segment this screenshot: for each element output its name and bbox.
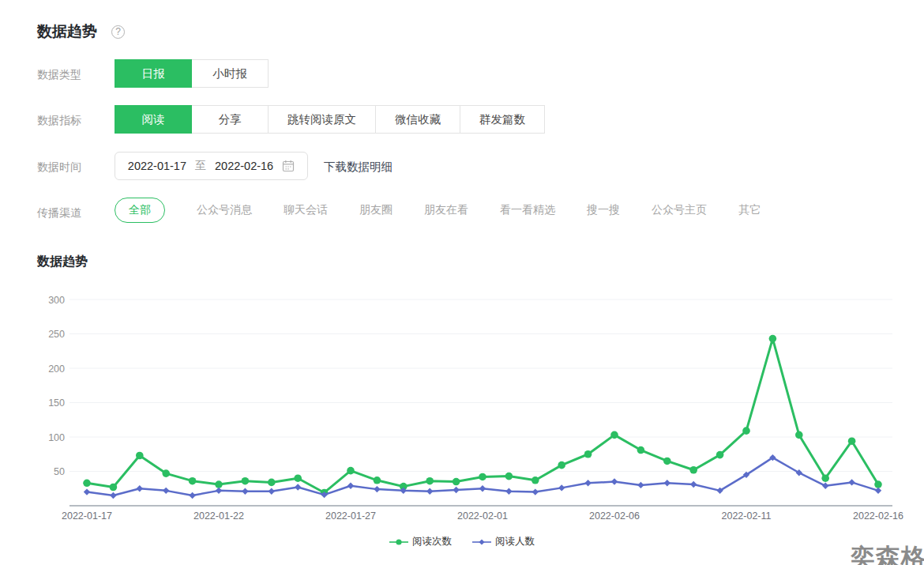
- channel-option-4[interactable]: 朋友在看: [424, 203, 468, 217]
- channel-label: 传播渠道: [37, 206, 81, 220]
- data-point[interactable]: [189, 477, 197, 485]
- data-point[interactable]: [479, 473, 486, 481]
- x-axis-tick-label: 2022-02-11: [721, 510, 771, 522]
- data-point[interactable]: [215, 480, 223, 488]
- download-data-link[interactable]: 下载数据明细: [324, 160, 393, 175]
- data-point[interactable]: [637, 482, 644, 488]
- channel-option-3[interactable]: 朋友圈: [359, 203, 393, 217]
- legend-label: 阅读人数: [495, 535, 535, 548]
- data-type-option-1[interactable]: 小时报: [191, 59, 269, 88]
- channel-option-1[interactable]: 公众号消息: [197, 203, 252, 217]
- data-point[interactable]: [137, 485, 143, 492]
- data-point[interactable]: [558, 484, 565, 491]
- data-point[interactable]: [347, 467, 355, 475]
- channel-option-2[interactable]: 聊天会话: [284, 203, 328, 217]
- data-point[interactable]: [136, 452, 144, 460]
- chart-legend: 阅读次数阅读人数: [0, 535, 924, 548]
- data-point[interactable]: [426, 477, 434, 485]
- data-point[interactable]: [558, 461, 565, 469]
- data-point[interactable]: [742, 427, 750, 435]
- x-axis-tick-label: 2022-02-01: [457, 510, 508, 522]
- data-point[interactable]: [426, 488, 433, 495]
- x-axis-tick-label: 2022-01-27: [325, 510, 376, 522]
- data-point[interactable]: [84, 488, 90, 495]
- data-point[interactable]: [110, 484, 118, 492]
- data-point[interactable]: [532, 488, 539, 495]
- data-point[interactable]: [875, 488, 881, 494]
- data-point[interactable]: [690, 481, 697, 488]
- data-point[interactable]: [479, 485, 486, 492]
- data-point[interactable]: [110, 492, 116, 499]
- help-icon[interactable]: ?: [111, 25, 125, 39]
- page-title: 数据趋势: [37, 21, 97, 42]
- data-metric-option-3[interactable]: 微信收藏: [375, 105, 460, 134]
- data-point[interactable]: [83, 479, 91, 487]
- y-axis-tick-label: 250: [48, 329, 65, 340]
- channel-option-0[interactable]: 全部: [115, 198, 165, 223]
- data-metric-option-0[interactable]: 阅读: [115, 105, 192, 134]
- data-point[interactable]: [795, 431, 803, 439]
- data-point[interactable]: [689, 466, 697, 474]
- data-metric-option-2[interactable]: 跳转阅读原文: [268, 105, 376, 134]
- y-axis-tick-label: 300: [48, 295, 65, 306]
- channel-option-7[interactable]: 公众号主页: [652, 203, 707, 217]
- data-point[interactable]: [848, 479, 855, 485]
- x-axis-tick-label: 2022-02-06: [589, 510, 640, 522]
- y-axis-tick-label: 150: [48, 397, 65, 409]
- legend-item-1[interactable]: 阅读人数: [472, 535, 535, 548]
- data-point[interactable]: [453, 487, 459, 493]
- data-point[interactable]: [374, 476, 381, 484]
- data-point[interactable]: [822, 483, 828, 489]
- data-point[interactable]: [162, 469, 170, 477]
- data-point[interactable]: [637, 446, 645, 454]
- data-point[interactable]: [663, 458, 671, 465]
- data-point[interactable]: [242, 488, 248, 495]
- data-point[interactable]: [453, 478, 460, 486]
- data-point[interactable]: [584, 480, 591, 486]
- data-point[interactable]: [189, 492, 195, 499]
- data-point[interactable]: [531, 476, 539, 484]
- start-date: 2022-01-17: [128, 160, 186, 172]
- data-point[interactable]: [664, 480, 670, 486]
- data-point[interactable]: [242, 477, 250, 485]
- data-point[interactable]: [216, 488, 222, 494]
- y-axis-tick-label: 200: [48, 363, 65, 375]
- legend-item-0[interactable]: 阅读次数: [389, 535, 452, 548]
- data-point[interactable]: [716, 451, 724, 459]
- date-range-picker[interactable]: 2022-01-17 至 2022-02-16: [115, 152, 308, 180]
- data-point[interactable]: [505, 488, 512, 495]
- data-point[interactable]: [584, 450, 592, 458]
- data-point[interactable]: [294, 474, 302, 482]
- end-date: 2022-02-16: [215, 160, 273, 172]
- chart-section-title: 数据趋势: [37, 254, 88, 270]
- data-point[interactable]: [611, 478, 618, 484]
- x-axis-tick-label: 2022-02-16: [853, 510, 903, 522]
- data-point[interactable]: [374, 486, 380, 492]
- data-point[interactable]: [769, 335, 777, 343]
- data-point[interactable]: [295, 484, 301, 490]
- data-metric-option-4[interactable]: 群发篇数: [460, 105, 545, 134]
- data-point[interactable]: [848, 437, 856, 445]
- legend-label: 阅读次数: [412, 535, 452, 548]
- x-axis-tick-label: 2022-01-22: [193, 510, 244, 522]
- channel-group: 全部公众号消息聊天会话朋友圈朋友在看看一看精选搜一搜公众号主页其它: [115, 198, 761, 223]
- data-trend-page: 数据趋势 ? 数据类型 日报小时报 数据指标 阅读分享跳转阅读原文微信收藏群发篇…: [0, 0, 924, 565]
- date-separator: 至: [195, 159, 206, 173]
- channel-option-8[interactable]: 其它: [738, 203, 761, 217]
- data-type-option-0[interactable]: 日报: [115, 59, 192, 88]
- data-point[interactable]: [821, 474, 829, 482]
- data-point[interactable]: [874, 480, 882, 488]
- data-point[interactable]: [268, 479, 276, 487]
- data-metric-option-1[interactable]: 分享: [191, 105, 269, 134]
- series-0-line: [87, 339, 878, 493]
- data-point[interactable]: [610, 431, 618, 439]
- data-point[interactable]: [505, 473, 513, 480]
- legend-marker-icon: [389, 537, 408, 547]
- data-time-label: 数据时间: [37, 160, 81, 175]
- data-point[interactable]: [163, 488, 169, 494]
- data-point[interactable]: [269, 488, 275, 495]
- y-axis-tick-label: 50: [54, 466, 65, 477]
- channel-option-6[interactable]: 搜一搜: [587, 203, 620, 217]
- data-point[interactable]: [347, 483, 354, 489]
- channel-option-5[interactable]: 看一看精选: [500, 203, 555, 217]
